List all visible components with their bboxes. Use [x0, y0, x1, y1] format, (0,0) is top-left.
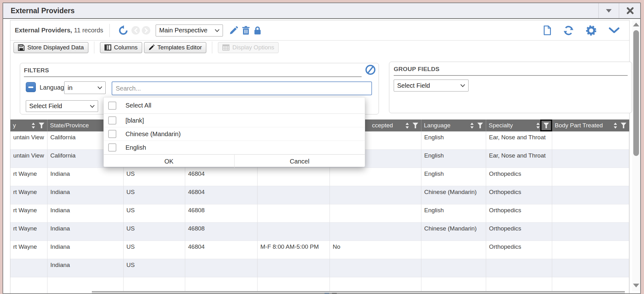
templates-editor-label: Templates Editor [158, 44, 202, 51]
table-row[interactable]: rt WayneIndianaUS46808EnglishOrthopedics [10, 204, 629, 223]
divider [24, 76, 362, 77]
table-cell [552, 259, 629, 277]
filter-option[interactable]: English [104, 141, 365, 154]
ok-button[interactable]: OK [104, 155, 235, 168]
filter-option[interactable]: Select All [104, 97, 365, 114]
operator-select[interactable]: in [64, 81, 106, 94]
table-cell: Indiana [47, 241, 124, 259]
edit-perspective-button[interactable] [229, 26, 238, 35]
group-fields-panel: GROUP FIELDS Select Field [389, 62, 632, 113]
table-cell: untain View [10, 131, 47, 150]
table-row[interactable]: rt WayneIndianaUS46808Chinese (Mandarin)… [10, 223, 629, 241]
scroll-down-arrow[interactable] [633, 284, 639, 287]
perspective-select[interactable]: Main Perspective [156, 25, 223, 36]
table-cell: US [124, 259, 185, 277]
table-cell: Orthopedics [486, 186, 552, 204]
sort-icon[interactable] [405, 122, 410, 129]
add-filter-field-select[interactable]: Select Field [26, 100, 98, 112]
filter-icon[interactable] [412, 122, 419, 129]
clear-filters-button[interactable] [365, 64, 376, 77]
filter-icon[interactable] [543, 122, 549, 129]
lock-perspective-button[interactable] [254, 26, 261, 35]
table-cell: US [124, 186, 185, 204]
ban-icon [365, 64, 376, 75]
filter-icon[interactable] [477, 122, 483, 129]
table-cell: Indiana [47, 186, 124, 204]
record-count: 11 records [74, 27, 103, 34]
scrollbar-thumb[interactable] [633, 30, 639, 156]
close-icon[interactable]: ✕ [476, 293, 480, 294]
table-row[interactable]: rt WayneIndianaUS46804M-F 8:00 AM-5:00 P… [10, 241, 629, 259]
table-cell [10, 259, 47, 277]
dialog-title: External Providers [11, 7, 75, 15]
group-field-select[interactable]: Select Field [394, 80, 469, 92]
table-cell: 46808 [185, 223, 258, 241]
scroll-up-arrow[interactable] [633, 23, 639, 26]
table-cell [552, 131, 629, 150]
chevron-down-icon [608, 27, 620, 34]
toolbar-right-icons [541, 25, 625, 36]
delete-perspective-button[interactable] [242, 26, 250, 35]
record-summary: External Providers,11 records [15, 27, 103, 34]
new-document-button[interactable] [543, 25, 551, 35]
column-header-language[interactable]: Language [421, 119, 486, 131]
table-cell [258, 259, 330, 277]
display-options-label: Display Options [232, 44, 274, 51]
store-displayed-data-button[interactable]: Store Displayed Data [14, 42, 88, 53]
divider [94, 42, 94, 53]
collapse-panel-button[interactable] [608, 27, 620, 34]
quick-search-label: Search [341, 292, 360, 294]
templates-editor-button[interactable]: Templates Editor [144, 42, 207, 53]
dialog-close-button[interactable] [619, 3, 641, 18]
filter-icon[interactable] [620, 122, 627, 129]
checkbox[interactable] [108, 143, 116, 152]
table-cell: Orthopedics [486, 204, 552, 223]
column-header-body-part-treated[interactable]: Body Part Treated [552, 119, 629, 131]
table-cell [552, 168, 629, 186]
column-header-specialty[interactable]: Specialty [486, 119, 552, 131]
filter-option[interactable]: Chinese (Mandarin) [104, 127, 365, 141]
sort-icon[interactable] [613, 122, 618, 129]
sort-icon[interactable] [536, 122, 541, 129]
language-filter-checkbox[interactable] [26, 82, 36, 92]
table-cell: Chinese (Mandarin) [421, 186, 486, 204]
display-options-button[interactable]: Display Options [218, 42, 279, 53]
table-cell: 46804 [185, 168, 258, 186]
table-cell: 46804 [185, 186, 258, 204]
table-cell: US [124, 168, 185, 186]
table-cell [486, 259, 552, 277]
filter-search-input[interactable] [112, 81, 372, 95]
table-row[interactable]: IndianaUS [10, 259, 629, 277]
next-button[interactable] [142, 26, 150, 35]
columns-button[interactable]: Columns [100, 42, 142, 53]
dialog-menu-button[interactable] [598, 3, 619, 18]
refresh-button[interactable] [563, 25, 574, 36]
settings-button[interactable] [586, 25, 597, 36]
collapse-icon[interactable]: ⌃ [492, 293, 497, 294]
checkbox[interactable] [108, 116, 116, 125]
filter-option[interactable]: [blank] [104, 114, 365, 127]
cancel-button[interactable]: Cancel [235, 155, 365, 168]
table-cell: rt Wayne [10, 223, 47, 241]
filter-options-list: Select All[blank]Chinese (Mandarin)Engli… [104, 97, 365, 154]
column-header-city-truncated[interactable]: y [10, 119, 47, 131]
chevron-down-icon [606, 9, 612, 13]
refresh-icon [563, 25, 574, 36]
checkbox[interactable] [108, 130, 116, 138]
table-row[interactable]: rt WayneIndianaUS46804Chinese (Mandarin)… [10, 186, 629, 204]
previous-button[interactable] [131, 26, 140, 35]
filter-icon[interactable] [38, 122, 45, 129]
table-cell: US [124, 241, 185, 259]
table-cell: Orthopedics [486, 241, 552, 259]
sort-icon[interactable] [469, 122, 475, 129]
table-cell [330, 204, 421, 223]
vertical-scrollbar[interactable] [632, 20, 640, 291]
sort-icon[interactable] [31, 122, 36, 129]
table-cell [330, 223, 421, 241]
checkbox[interactable] [108, 102, 116, 110]
table-cell: M-F 8:00 AM-5:00 PM [258, 241, 330, 259]
file-icon [543, 25, 551, 35]
undo-button[interactable] [118, 25, 129, 36]
filters-heading: FILTERS [24, 67, 49, 74]
table-row[interactable]: rt WayneIndianaUS46804EnglishOrthopedics [10, 168, 629, 186]
